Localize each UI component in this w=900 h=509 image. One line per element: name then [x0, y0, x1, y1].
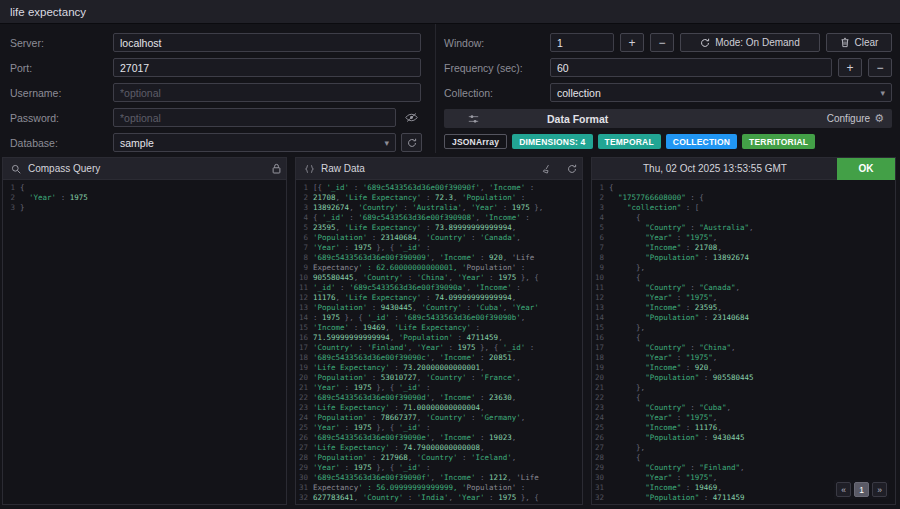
- code-line: 22 {: [592, 393, 895, 403]
- username-row: Username:: [10, 80, 425, 105]
- mode-button-label: Mode: On Demand: [715, 37, 800, 48]
- code-line: 19 "Income" : 920,: [592, 363, 895, 373]
- result-timestamp: Thu, 02 Oct 2025 13:53:55 GMT: [599, 163, 831, 174]
- password-input[interactable]: [113, 108, 396, 127]
- format-badge-temporal: TEMPORAL: [598, 134, 661, 149]
- database-select-value: sample: [120, 137, 154, 149]
- frequency-increment-button[interactable]: +: [838, 58, 862, 77]
- port-row: Port:: [10, 55, 425, 80]
- data-format-bar: Data Format Configure ⚙: [444, 109, 892, 128]
- code-line: 20 "Population" : 905580445: [592, 373, 895, 383]
- raw-data-viewer: 1[{ '_id' : '689c5433563d36e00f39090f', …: [296, 180, 582, 504]
- code-line: 28 {: [592, 453, 895, 463]
- refresh-databases-button[interactable]: [401, 133, 422, 152]
- code-line: 16 {: [592, 333, 895, 343]
- titlebar: life expectancy: [0, 0, 900, 24]
- format-badge-dimensions-4: DIMENSIONS: 4: [512, 134, 592, 149]
- compass-query-panel: Compass Query 1{2 'Year' : 19753}: [2, 157, 287, 505]
- port-input[interactable]: [113, 58, 421, 77]
- code-line: 33'_id' : '689c5433563d36e00f390910', 'I…: [296, 503, 582, 504]
- code-line: 13 "Income" : 23595,: [592, 303, 895, 313]
- chevron-down-icon: ▾: [880, 88, 885, 98]
- code-line: 22'689c5433563d36e00f39090d', 'Income' :…: [296, 393, 582, 403]
- code-line: 6 "Year" : "1975",: [592, 233, 895, 243]
- result-header: Thu, 02 Oct 2025 13:53:55 GMT OK: [592, 158, 895, 180]
- compass-query-title: Compass Query: [28, 163, 100, 174]
- chevron-down-icon: ▾: [384, 138, 389, 148]
- username-input[interactable]: [113, 83, 421, 102]
- result-body: 1{2 "1757766608000" : {3 "collection" : …: [592, 180, 895, 504]
- raw-data-header: Raw Data: [296, 158, 582, 180]
- pagination-prev-button[interactable]: «: [836, 482, 851, 497]
- username-label: Username:: [10, 87, 108, 99]
- code-line: 7'Year' : 1975 }, { '_id' :: [296, 243, 582, 253]
- window-label: Window:: [444, 37, 544, 49]
- code-line: 313892674, 'Country' : 'Australia', 'Yea…: [296, 203, 582, 213]
- raw-data-body: 1[{ '_id' : '689c5433563d36e00f39090f', …: [296, 180, 582, 504]
- database-select[interactable]: sample ▾: [113, 133, 396, 152]
- code-line: 12 "Year" : "1975",: [592, 293, 895, 303]
- raw-data-title: Raw Data: [321, 163, 365, 174]
- connection-form: Server: Port: Username: Password: Databa…: [0, 24, 436, 153]
- frequency-label: Frequency (sec):: [444, 62, 544, 74]
- clean-icon[interactable]: [536, 158, 556, 180]
- code-line: 28'Population' : 217968, 'Country' : 'Ic…: [296, 453, 582, 463]
- compass-query-header: Compass Query: [3, 158, 286, 180]
- app-title: life expectancy: [10, 6, 86, 18]
- eye-off-icon: [405, 112, 418, 123]
- format-badge-territorial: TERRITORIAL: [742, 134, 815, 149]
- code-line: 3 "collection" : [: [592, 203, 895, 213]
- code-line: 14 "Population" : 23140684: [592, 313, 895, 323]
- code-line: 14: 1975 }, { '_id' : '689c5433563d36e00…: [296, 313, 582, 323]
- code-line: 15 },: [592, 323, 895, 333]
- compass-query-body: 1{2 'Year' : 19753}: [3, 180, 286, 504]
- code-line: 24'Population' : 78667377, 'Country' : '…: [296, 413, 582, 423]
- code-line: 31Expectancy' : 56.09999999999999, 'Popu…: [296, 483, 582, 493]
- pagination-current-page[interactable]: 1: [854, 482, 869, 497]
- clear-button-label: Clear: [855, 37, 879, 48]
- code-line: 21 },: [592, 383, 895, 393]
- server-input[interactable]: [113, 33, 421, 52]
- code-line: 24 "Year" : "1975",: [592, 413, 895, 423]
- code-line: 11'_id' : '689c5433563d36e00f39090a', 'I…: [296, 283, 582, 293]
- refresh-icon[interactable]: [562, 158, 582, 180]
- window-row: Window: + − Mode: On Demand Clear: [444, 30, 892, 55]
- compass-query-editor[interactable]: 1{2 'Year' : 19753}: [3, 180, 286, 213]
- code-line: 19'Life Expectancy' : 73.20000000000001,: [296, 363, 582, 373]
- clear-button[interactable]: Clear: [826, 33, 892, 52]
- pagination-next-button[interactable]: »: [872, 482, 887, 497]
- database-label: Database:: [10, 137, 108, 149]
- code-line: 20'Population' : 53010727, 'Country' : '…: [296, 373, 582, 383]
- code-line: 21'Year' : 1975 }, { '_id' :: [296, 383, 582, 393]
- database-row: Database: sample ▾: [10, 130, 425, 155]
- ok-button[interactable]: OK: [837, 158, 895, 180]
- code-line: 3}: [3, 203, 286, 213]
- toggle-password-visibility-button[interactable]: [401, 108, 422, 127]
- format-badge-jsonarray: JSONArray: [444, 134, 507, 149]
- stream-controls: Window: + − Mode: On Demand Clear Freque…: [436, 24, 900, 153]
- collection-select[interactable]: collection ▾: [550, 83, 892, 102]
- gear-icon: ⚙: [874, 112, 884, 125]
- mode-button[interactable]: Mode: On Demand: [680, 33, 820, 52]
- lock-icon[interactable]: [266, 158, 286, 180]
- frequency-decrement-button[interactable]: −: [868, 58, 892, 77]
- code-line: 30'689c5433563d36e00f39090f', 'Income' :…: [296, 473, 582, 483]
- code-line: 4 {: [592, 213, 895, 223]
- code-line: 8 "Population" : 13892674: [592, 253, 895, 263]
- code-line: 26 "Population" : 9430445: [592, 433, 895, 443]
- configure-button[interactable]: Configure ⚙: [827, 112, 884, 125]
- window-increment-button[interactable]: +: [620, 33, 644, 52]
- code-line: 1{: [592, 183, 895, 193]
- frequency-input[interactable]: [550, 58, 832, 77]
- password-row: Password:: [10, 105, 425, 130]
- window-decrement-button[interactable]: −: [650, 33, 674, 52]
- raw-data-panel: Raw Data 1[{ '_id' : '689c5433563d36e00f…: [295, 157, 583, 505]
- code-line: 10905580445, 'Country' : 'China', 'Year'…: [296, 273, 582, 283]
- server-label: Server:: [10, 37, 108, 49]
- code-line: 9 },: [592, 263, 895, 273]
- code-line: 6'Population' : 23140684, 'Country' : 'C…: [296, 233, 582, 243]
- search-icon: [10, 158, 22, 180]
- code-line: 25'Year' : 1975 }, { '_id' :: [296, 423, 582, 433]
- code-line: 29'Year' : 1975 }, { '_id' :: [296, 463, 582, 473]
- window-input[interactable]: [550, 33, 614, 52]
